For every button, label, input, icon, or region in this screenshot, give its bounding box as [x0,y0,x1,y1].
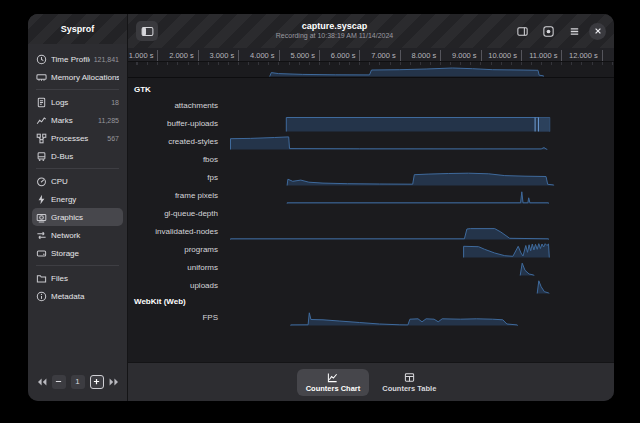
sidebar-item-count: 11,285 [98,117,119,124]
section-header: WebKit (Web) [128,294,614,308]
sidebar-item-label: Time Profiler [51,55,90,64]
main-menu-button[interactable] [563,21,585,41]
record-again-button[interactable] [537,21,559,41]
seek-backward-button[interactable] [37,378,47,386]
sidebar-item-label: Memory Allocations [51,73,119,82]
files-icon [36,273,47,284]
plus-icon [93,378,100,385]
section-header: GTK [128,82,614,96]
tab-counters-table-label: Counters Table [382,384,436,393]
counter-row-fps[interactable]: fps [128,168,614,186]
ruler-tick [602,50,603,61]
sidebar: Sysprof Time Profiler121,841Memory Alloc… [28,14,128,401]
minus-icon [55,378,62,385]
seek-backward-icon [37,378,47,386]
header-actions [511,21,606,41]
window-titles: capture.syscap Recording at 10:38:19 AM … [164,21,505,41]
counter-label: frame pixels [128,186,218,204]
sidebar-item-energy[interactable]: Energy [32,190,123,208]
sidebar-item-graphics[interactable]: Graphics [32,208,123,226]
counter-row-invalidated-nodes[interactable]: invalidated-nodes [128,222,614,240]
counter-row-programs[interactable]: programs [128,240,614,258]
sidebar-item-storage[interactable]: Storage [32,244,123,262]
tab-counters-table[interactable]: Counters Table [373,369,445,396]
timeline-controls: 1 [28,362,127,401]
counter-label: buffer-uploads [128,114,218,132]
sidebar-separator [36,265,119,266]
energy-icon [36,194,47,205]
sidebar-toggle-button[interactable] [136,21,158,41]
sidebar-separator [36,168,119,169]
sidebar-item-label: Processes [51,134,103,143]
sidebar-item-processes[interactable]: Processes567 [32,129,123,147]
sidebar-toggle-icon [141,25,154,38]
counter-row-fbos[interactable]: fbos [128,150,614,168]
sidebar-item-label: Files [51,274,119,283]
menu-icon [568,25,581,38]
counter-row-gl-queue-depth[interactable]: gl-queue-depth [128,204,614,222]
cpu-icon [36,176,47,187]
zoom-out-button[interactable] [52,375,66,389]
counter-row-buffer-uploads[interactable]: buffer-uploads [128,114,614,132]
sidebar-nav: Time Profiler121,841Memory AllocationsLo… [28,44,127,362]
logs-icon [36,97,47,108]
sidebar-item-d-bus[interactable]: D-Bus [32,147,123,165]
seek-forward-icon [109,378,119,386]
marks-icon [36,115,47,126]
counter-label: attachments [128,96,218,114]
counter-row-created-styles[interactable]: created-styles [128,132,614,150]
time-ruler[interactable]: 1.000 s2.000 s3.000 s4.000 s5.000 s6.000… [128,48,614,62]
sidebar-item-cpu[interactable]: CPU [32,172,123,190]
counter-row-frame-pixels[interactable]: frame pixels [128,186,614,204]
sidebar-item-count: 567 [107,135,119,142]
sidebar-item-label: D-Bus [51,152,119,161]
tab-counters-chart-label: Counters Chart [306,384,361,393]
counter-label: FPS [128,308,218,326]
counter-label: invalidated-nodes [128,222,218,240]
sidebar-item-memory-allocations[interactable]: Memory Allocations [32,68,123,86]
counter-row-uniforms[interactable]: uniforms [128,258,614,276]
main-area: capture.syscap Recording at 10:38:19 AM … [128,14,614,401]
network-icon [36,230,47,241]
counter-row-fps[interactable]: FPS [128,308,614,326]
chart-icon [327,372,338,383]
counter-row-uploads[interactable]: uploads [128,276,614,294]
counter-label: fbos [128,150,218,168]
counter-row-attachments[interactable]: attachments [128,96,614,114]
sidebar-item-label: Network [51,231,119,240]
zoom-in-button[interactable] [90,375,104,389]
sidebar-item-network[interactable]: Network [32,226,123,244]
processes-icon [36,133,47,144]
counters-rows: GTKattachmentsbuffer-uploadscreated-styl… [128,82,614,326]
sidebar-item-logs[interactable]: Logs18 [32,93,123,111]
sidebar-item-metadata[interactable]: Metadata [32,287,123,305]
sidebar-item-marks[interactable]: Marks11,285 [32,111,123,129]
sidebar-item-label: Storage [51,249,119,258]
app-title: Sysprof [61,24,95,34]
record-again-icon [542,25,555,38]
seek-forward-button[interactable] [109,378,119,386]
sidebar-item-label: Marks [51,116,94,125]
table-icon [404,372,415,383]
storage-icon [36,248,47,259]
section-divider [128,77,614,78]
utility-pane-icon [516,25,529,38]
overview-chart [128,62,613,77]
sidebar-item-label: CPU [51,177,119,186]
counter-label: uniforms [128,258,218,276]
sidebar-item-files[interactable]: Files [32,269,123,287]
graphics-icon [36,212,47,223]
section-label: GTK [134,85,151,94]
sidebar-item-label: Logs [51,98,107,107]
close-icon [594,27,602,35]
counter-label: created-styles [128,132,218,150]
close-window-button[interactable] [589,23,606,40]
utility-pane-button[interactable] [511,21,533,41]
zoom-reset-button[interactable]: 1 [71,375,85,389]
ruler-tick-label: 12.000 s [546,51,598,60]
counters-chart-area[interactable]: GTKattachmentsbuffer-uploadscreated-styl… [128,62,614,362]
counter-label: programs [128,240,218,258]
section-label: WebKit (Web) [134,297,186,306]
tab-counters-chart[interactable]: Counters Chart [297,369,370,396]
counter-label: uploads [128,276,218,294]
